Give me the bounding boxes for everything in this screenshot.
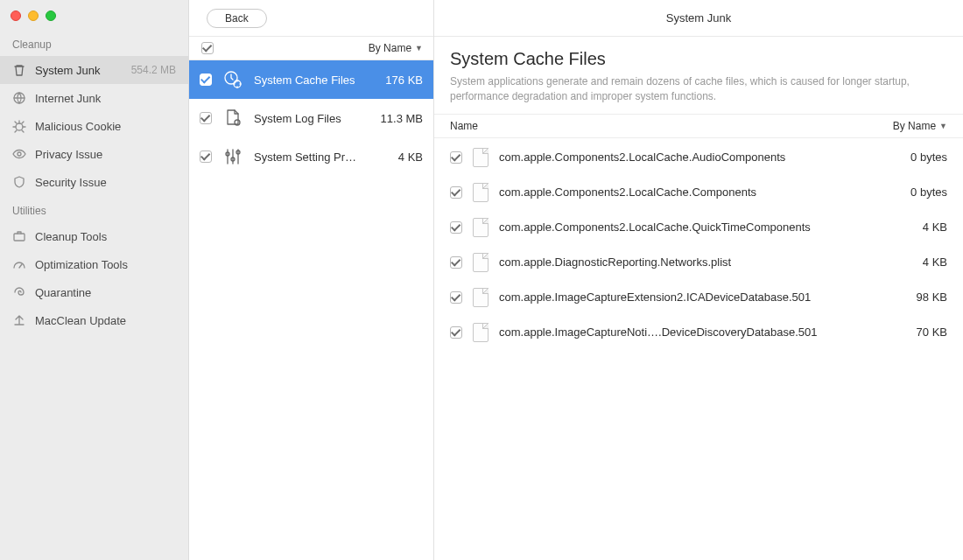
file-list: com.apple.Components2.LocalCache.AudioCo… [434,138,963,352]
category-checkbox[interactable] [200,74,212,86]
sidebar-item[interactable]: System Junk554.2 MB [0,56,188,84]
browser-icon [12,91,26,105]
category-name: System Log Files [254,112,370,125]
eye-icon [12,147,26,161]
category-panel: Back By Name ▼ System Cache Files176 KBS… [189,0,434,560]
sidebar-item[interactable]: MacClean Update [0,306,188,334]
category-sort-label: By Name [369,42,411,54]
file-row[interactable]: com.apple.Components2.LocalCache.QuickTi… [434,210,963,245]
file-icon [473,253,489,272]
file-header-name: Name [450,120,893,132]
file-row[interactable]: com.apple.Components2.LocalCache.AudioCo… [434,140,963,175]
sidebar-item[interactable]: Privacy Issue [0,140,188,168]
file-checkbox[interactable] [450,221,462,234]
file-icon [473,218,489,237]
window-controls [0,5,188,30]
file-icon [473,148,489,167]
category-sort-dropdown[interactable]: By Name ▼ [369,42,423,54]
detail-title-block: System Cache Files System applications g… [434,37,963,114]
window-title-text: System Junk [666,11,731,24]
sidebar-item[interactable]: Security Issue [0,168,188,196]
sidebar-item-label: Malicious Cookie [35,120,176,133]
sidebar-item-label: MacClean Update [35,314,176,327]
file-checkbox[interactable] [450,326,462,339]
file-table-header: Name By Name ▼ [434,114,963,138]
sidebar-item[interactable]: Malicious Cookie [0,112,188,140]
file-sort-label: By Name [893,120,936,132]
sidebar-item[interactable]: Cleanup Tools [0,222,188,250]
file-checkbox[interactable] [450,151,462,164]
category-row[interactable]: System Setting Pr…4 KB [189,137,433,176]
category-size: 176 KB [385,74,423,87]
sidebar-section-title: Utilities [0,196,188,222]
file-name: com.apple.DiagnosticReporting.Networks.p… [499,256,875,269]
file-row[interactable]: com.apple.Components2.LocalCache.Compone… [434,175,963,210]
file-icon [473,288,489,307]
back-button[interactable]: Back [207,9,267,28]
file-checkbox[interactable] [450,256,462,269]
file-name: com.apple.Components2.LocalCache.QuickTi… [499,220,875,234]
close-window[interactable] [11,10,21,21]
category-size: 11.3 MB [381,112,423,125]
file-checkbox[interactable] [450,186,462,199]
sidebar-item[interactable]: Internet Junk [0,84,188,112]
file-size: 70 KB [886,326,947,339]
select-all-categories-checkbox[interactable] [201,42,214,54]
file-sort-dropdown[interactable]: By Name ▼ [893,120,947,132]
sidebar-item-label: Optimization Tools [35,258,176,271]
file-name: com.apple.Components2.LocalCache.AudioCo… [499,150,875,164]
file-row[interactable]: com.apple.ImageCaptureExtension2.ICADevi… [434,280,963,315]
chevron-down-icon: ▼ [415,44,423,52]
detail-panel: System Junk System Cache Files System ap… [434,0,963,560]
briefcase-icon [12,229,26,243]
category-row[interactable]: System Cache Files176 KB [189,60,433,99]
file-icon [473,183,489,202]
file-icon [473,323,489,342]
file-checkbox[interactable] [450,291,462,304]
bug-icon [12,119,26,133]
category-checkbox[interactable] [200,112,212,124]
category-row[interactable]: System Log Files11.3 MB [189,99,433,137]
file-size: 4 KB [886,256,947,269]
sidebar-item-label: Security Issue [35,176,176,189]
file-size: 0 bytes [886,150,947,164]
upload-icon [12,313,26,327]
file-row[interactable]: com.apple.ImageCaptureNoti….DeviceDiscov… [434,315,963,350]
sidebar-item-label: System Junk [35,64,123,77]
swirl-icon [12,285,26,299]
svg-rect-3 [14,234,25,241]
category-header: Back [189,0,433,37]
window-title: System Junk [434,0,963,37]
sidebar-item-label: Privacy Issue [35,148,176,161]
sidebar-item-label: Quarantine [35,286,176,299]
sidebar: CleanupSystem Junk554.2 MBInternet JunkM… [0,0,189,560]
detail-title: System Cache Files [450,49,947,69]
file-name: com.apple.ImageCaptureExtension2.ICADevi… [499,290,875,304]
sidebar-item-label: Cleanup Tools [35,230,176,243]
sidebar-item[interactable]: Quarantine [0,278,188,306]
sidebar-item[interactable]: Optimization Tools [0,250,188,278]
file-size: 0 bytes [886,186,947,199]
clock-gear-icon [222,69,243,90]
file-size: 4 KB [886,220,947,234]
category-checkbox[interactable] [200,150,212,163]
file-size: 98 KB [886,290,947,304]
doc-gear-icon [222,108,243,129]
category-name: System Setting Pr… [254,150,388,164]
svg-point-2 [18,152,21,156]
file-name: com.apple.ImageCaptureNoti….DeviceDiscov… [499,326,875,339]
sidebar-item-badge: 554.2 MB [131,64,176,76]
svg-point-1 [16,123,23,130]
sidebar-item-label: Internet Junk [35,92,176,105]
category-sort-row: By Name ▼ [189,37,433,60]
detail-description: System applications generate and remain … [450,74,947,105]
zoom-window[interactable] [46,10,56,21]
category-name: System Cache Files [254,74,375,87]
sliders-icon [222,146,243,167]
trash-icon [12,63,26,77]
sidebar-section-title: Cleanup [0,30,188,56]
category-size: 4 KB [398,150,423,164]
file-name: com.apple.Components2.LocalCache.Compone… [499,186,875,199]
minimize-window[interactable] [28,10,39,21]
file-row[interactable]: com.apple.DiagnosticReporting.Networks.p… [434,245,963,280]
